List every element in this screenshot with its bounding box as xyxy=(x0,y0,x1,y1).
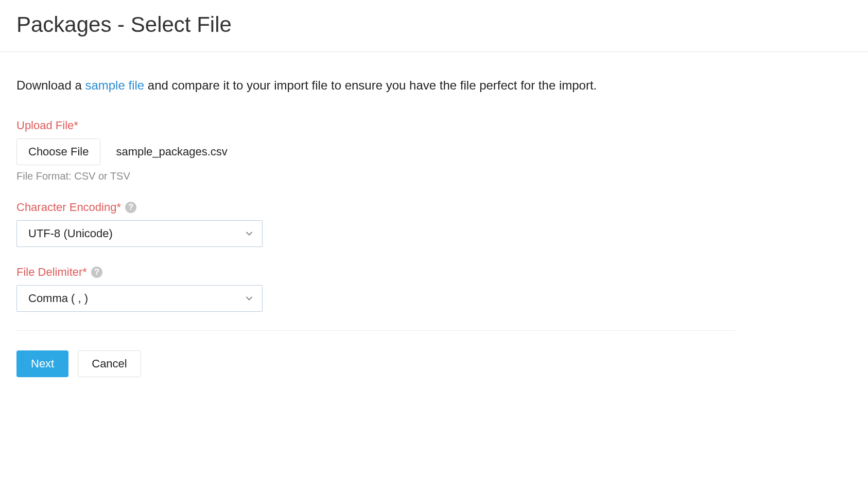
character-encoding-select[interactable]: UTF-8 (Unicode) xyxy=(16,220,263,247)
cancel-button[interactable]: Cancel xyxy=(78,350,141,377)
character-encoding-label-text: Character Encoding* xyxy=(16,201,121,214)
next-button[interactable]: Next xyxy=(16,350,68,377)
sample-file-link[interactable]: sample file xyxy=(85,78,144,92)
file-delimiter-select[interactable]: Comma ( , ) xyxy=(16,285,263,312)
file-format-hint: File Format: CSV or TSV xyxy=(16,170,735,182)
help-icon[interactable]: ? xyxy=(125,202,136,213)
page-title: Packages - Select File xyxy=(16,12,852,37)
intro-suffix: and compare it to your import file to en… xyxy=(144,78,597,92)
selected-file-name: sample_packages.csv xyxy=(116,145,227,158)
divider xyxy=(16,330,735,331)
choose-file-button[interactable]: Choose File xyxy=(16,138,100,165)
intro-text: Download a sample file and compare it to… xyxy=(16,77,735,94)
file-delimiter-label-text: File Delimiter* xyxy=(16,266,87,279)
upload-file-label: Upload File* xyxy=(16,119,78,132)
intro-prefix: Download a xyxy=(16,78,85,92)
help-icon[interactable]: ? xyxy=(91,267,102,278)
upload-file-label-text: Upload File* xyxy=(16,119,78,132)
character-encoding-label: Character Encoding* ? xyxy=(16,201,136,214)
file-delimiter-label: File Delimiter* ? xyxy=(16,266,102,279)
